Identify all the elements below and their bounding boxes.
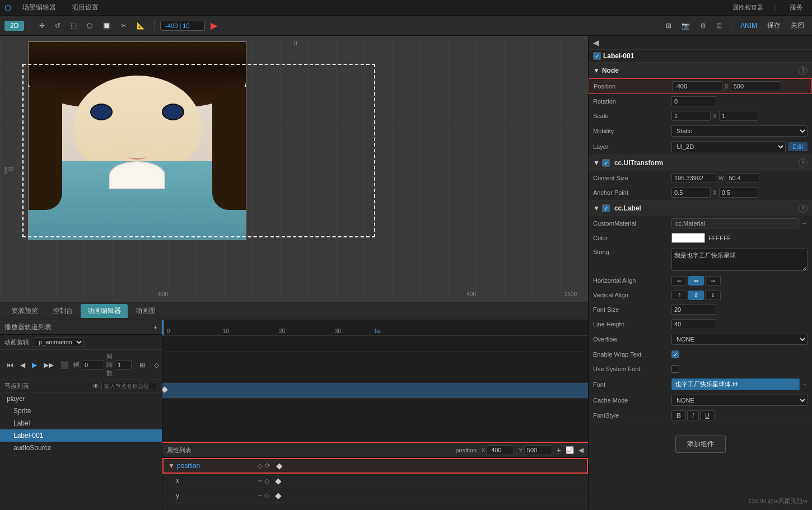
- view-camera-button[interactable]: 📷: [678, 21, 693, 31]
- position-x-input[interactable]: [672, 81, 722, 91]
- node-section-help[interactable]: ?: [799, 66, 808, 75]
- anim-button[interactable]: ANIM: [737, 21, 760, 31]
- grid-icon[interactable]: ⊞: [136, 360, 148, 370]
- settings-button[interactable]: ⚙: [697, 21, 710, 31]
- anchor-y-input[interactable]: [719, 188, 758, 198]
- font-size-input[interactable]: [671, 305, 716, 315]
- h-align-center[interactable]: ⇔: [688, 276, 704, 286]
- font-underline-btn[interactable]: U: [700, 410, 715, 420]
- prop-list-title: 属性列表: [167, 446, 192, 455]
- anim-skip-start[interactable]: ⏮: [4, 361, 16, 369]
- prop-graph-btn[interactable]: 📈: [566, 446, 574, 454]
- toolbar-scale[interactable]: ⬚: [67, 21, 80, 31]
- node-checkbox[interactable]: [593, 52, 601, 60]
- font-bold-btn[interactable]: B: [671, 410, 686, 420]
- content-size-h-input[interactable]: [726, 173, 759, 183]
- node-item-label[interactable]: Label: [0, 417, 162, 429]
- node-item-player[interactable]: player: [0, 392, 162, 405]
- string-input[interactable]: 我是也字工厂快乐星球: [671, 249, 808, 271]
- node-item-sprite[interactable]: Sprite: [0, 405, 162, 417]
- uitransform-checkbox[interactable]: [602, 159, 610, 167]
- diamond-icon[interactable]: ◇: [151, 360, 162, 370]
- menu-scene-editor[interactable]: 场景编辑器: [18, 2, 60, 13]
- tab-assets[interactable]: 资源预览: [4, 304, 45, 318]
- label-section-header[interactable]: ▼ cc.Label ?: [589, 200, 812, 216]
- frame-input[interactable]: [82, 361, 104, 369]
- track-add-icon[interactable]: +: [153, 324, 157, 331]
- toolbar-cut[interactable]: ✂: [118, 21, 130, 31]
- view-grid-button[interactable]: ⊞: [662, 21, 675, 31]
- save-button[interactable]: 保存: [764, 20, 784, 31]
- prop-add-btn[interactable]: +: [557, 446, 561, 455]
- tab-anim-graph[interactable]: 动画图: [129, 304, 162, 318]
- timeline-diamond-main[interactable]: [162, 386, 168, 392]
- node-item-label-001[interactable]: Label-001: [0, 429, 162, 442]
- wrap-text-checkbox[interactable]: [671, 350, 679, 358]
- color-swatch[interactable]: [671, 233, 705, 243]
- timeline-diamond-x[interactable]: [275, 478, 281, 484]
- x-coord-input[interactable]: [486, 445, 514, 455]
- toolbar-measure[interactable]: 📐: [133, 21, 148, 31]
- tab-console[interactable]: 控制台: [46, 304, 80, 318]
- toolbar-rect[interactable]: ⬡: [83, 21, 96, 31]
- node-section-label: Node: [602, 67, 619, 74]
- node-section-header[interactable]: ▼ Node ?: [589, 63, 812, 78]
- v-align-middle[interactable]: ⇕: [688, 291, 704, 300]
- prop-prev-btn[interactable]: ◀: [578, 446, 584, 454]
- position-y-input[interactable]: [731, 81, 781, 91]
- timeline-diamond-y[interactable]: [275, 493, 281, 499]
- toolbar-transform[interactable]: 🔲: [99, 21, 114, 31]
- anim-prev-frame[interactable]: ◀: [18, 361, 27, 369]
- tab-anim-editor[interactable]: 动画编辑器: [81, 304, 128, 318]
- uitransform-help[interactable]: ?: [799, 158, 808, 167]
- label-checkbox[interactable]: [602, 204, 610, 212]
- anim-stop[interactable]: ⬛: [58, 361, 71, 369]
- v-align-bottom[interactable]: ⇓: [705, 291, 721, 300]
- system-font-checkbox[interactable]: [671, 365, 679, 373]
- h-align-right[interactable]: ⇒: [705, 276, 721, 286]
- font-italic-btn[interactable]: I: [687, 410, 699, 420]
- y-coord-input[interactable]: [524, 445, 552, 455]
- menu-project-settings[interactable]: 项目设置: [67, 2, 103, 13]
- toolbar-rotate[interactable]: ↺: [52, 21, 64, 31]
- prop-track-x-timeline: [274, 474, 588, 488]
- font-btn[interactable]: →: [801, 381, 808, 389]
- h-align-left[interactable]: ⇐: [671, 276, 687, 286]
- layer-edit-button[interactable]: Edit: [788, 142, 808, 151]
- anchor-x-input[interactable]: [671, 188, 711, 198]
- canvas-viewport[interactable]: 500 -500 400 1500: [0, 36, 588, 302]
- mobility-select[interactable]: Static: [671, 125, 808, 137]
- overflow-select[interactable]: NONE CLAMP SHRINK RESIZE_HEIGHT: [671, 334, 808, 345]
- cache-mode-select[interactable]: NONE BITMAP CHAR: [671, 395, 808, 406]
- add-component-button[interactable]: 添加组件: [675, 436, 726, 453]
- timeline-diamond-pos[interactable]: [276, 464, 282, 470]
- node-search-input[interactable]: [101, 382, 157, 390]
- position-x-label: X: [725, 83, 729, 90]
- toolbar-extra[interactable]: ⊡: [713, 21, 725, 31]
- scale-y-input[interactable]: [719, 111, 758, 121]
- anim-play[interactable]: ▶: [30, 361, 39, 369]
- mode-2d-button[interactable]: 2D: [4, 21, 24, 31]
- rp-back-button[interactable]: ◀: [593, 38, 599, 47]
- filter-eye-icon[interactable]: 👁: [92, 382, 99, 390]
- line-height-input[interactable]: [671, 319, 716, 329]
- x-coord-label: X: [481, 447, 485, 453]
- toolbar-move[interactable]: ✛: [36, 21, 48, 31]
- scale-x-input[interactable]: [671, 111, 711, 121]
- custom-material-value: cc.Material →: [671, 218, 808, 228]
- label-help[interactable]: ?: [799, 204, 808, 213]
- uitransform-header[interactable]: ▼ cc.UITransform ?: [589, 155, 812, 171]
- custom-material-btn[interactable]: →: [801, 219, 808, 227]
- v-align-top[interactable]: ⇑: [671, 291, 687, 300]
- close-button[interactable]: 关闭: [787, 20, 808, 31]
- position-label: Position: [594, 83, 672, 90]
- anim-clip-select[interactable]: p_animation: [34, 337, 84, 347]
- node-item-audiosource[interactable]: audioSource: [0, 442, 162, 454]
- anim-next-frame[interactable]: ▶▶: [41, 361, 56, 369]
- content-size-w-input[interactable]: [671, 173, 716, 183]
- layer-select[interactable]: UI_2D: [671, 141, 786, 152]
- add-component-area: 添加组件: [589, 423, 812, 465]
- menu-service[interactable]: 服务: [785, 2, 808, 13]
- rotation-input[interactable]: [671, 96, 716, 106]
- interval-input[interactable]: [115, 361, 132, 369]
